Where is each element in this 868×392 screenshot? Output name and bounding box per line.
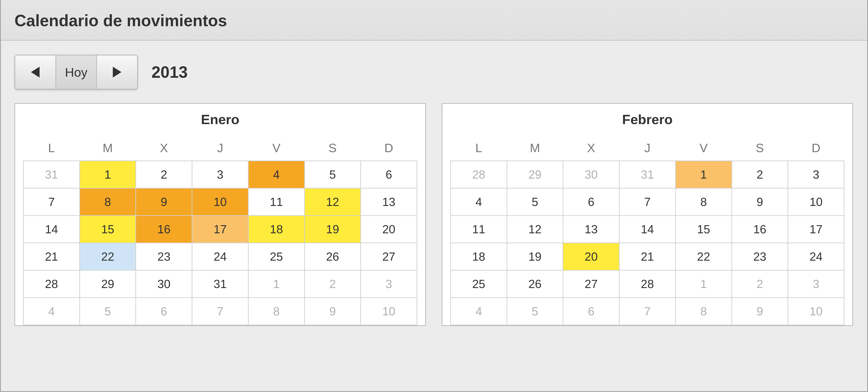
day-cell[interactable]: 31 <box>619 161 676 188</box>
day-cell[interactable]: 3 <box>788 161 844 188</box>
month-enero: Enero L M X J V S D 311234567891011 <box>14 103 426 326</box>
day-cell[interactable]: 3 <box>361 270 417 298</box>
day-cell[interactable]: 6 <box>361 161 417 188</box>
year-label: 2013 <box>151 63 188 81</box>
month-title: Febrero <box>450 112 844 127</box>
today-button[interactable]: Hoy <box>56 55 96 89</box>
day-cell[interactable]: 5 <box>305 161 361 188</box>
day-cell[interactable]: 7 <box>192 298 248 325</box>
day-cell[interactable]: 6 <box>136 298 192 325</box>
day-cell[interactable]: 7 <box>619 188 676 216</box>
day-cell[interactable]: 9 <box>732 188 788 216</box>
day-cell[interactable]: 10 <box>361 298 417 325</box>
calendars: Enero L M X J V S D 311234567891011 <box>14 103 854 326</box>
day-cell[interactable]: 19 <box>305 216 361 243</box>
day-cell[interactable]: 17 <box>192 216 248 243</box>
day-cell[interactable]: 2 <box>732 161 788 188</box>
day-cell[interactable]: 27 <box>563 270 619 298</box>
day-cell[interactable]: 7 <box>619 298 676 325</box>
day-cell[interactable]: 13 <box>563 216 619 243</box>
day-cell[interactable]: 12 <box>305 188 361 216</box>
day-cell[interactable]: 2 <box>136 161 192 188</box>
day-cell[interactable]: 4 <box>451 188 507 216</box>
day-cell[interactable]: 29 <box>507 161 563 188</box>
day-cell[interactable]: 1 <box>248 270 305 298</box>
day-cell[interactable]: 8 <box>675 188 732 216</box>
day-header: D <box>788 135 844 161</box>
day-cell[interactable]: 17 <box>788 216 844 243</box>
day-cell[interactable]: 25 <box>451 270 507 298</box>
day-cell[interactable]: 28 <box>24 270 80 298</box>
day-cell[interactable]: 6 <box>563 298 619 325</box>
day-cell[interactable]: 24 <box>192 243 248 270</box>
month-grid: L M X J V S D 31123456789101112131415161… <box>23 135 417 325</box>
day-cell[interactable]: 4 <box>24 298 80 325</box>
day-cell[interactable]: 18 <box>451 243 507 270</box>
day-cell[interactable]: 22 <box>675 243 732 270</box>
day-cell[interactable]: 26 <box>305 243 361 270</box>
day-cell[interactable]: 3 <box>788 270 844 298</box>
day-cell[interactable]: 4 <box>451 298 507 325</box>
day-cell[interactable]: 6 <box>563 188 619 216</box>
prev-button[interactable] <box>15 55 56 89</box>
day-cell[interactable]: 1 <box>675 270 732 298</box>
day-cell[interactable]: 9 <box>732 298 788 325</box>
nav-button-group: Hoy <box>14 55 138 90</box>
day-cell[interactable]: 7 <box>24 188 80 216</box>
day-cell[interactable]: 22 <box>80 243 136 270</box>
day-cell[interactable]: 21 <box>619 243 676 270</box>
day-cell[interactable]: 16 <box>732 216 788 243</box>
day-header: X <box>136 135 192 161</box>
day-cell[interactable]: 11 <box>248 188 305 216</box>
day-cell[interactable]: 18 <box>248 216 305 243</box>
day-cell[interactable]: 23 <box>136 243 192 270</box>
day-cell[interactable]: 24 <box>788 243 844 270</box>
day-header: D <box>361 135 417 161</box>
day-cell[interactable]: 16 <box>136 216 192 243</box>
day-header: L <box>24 135 80 161</box>
day-cell[interactable]: 8 <box>248 298 305 325</box>
day-cell[interactable]: 27 <box>361 243 417 270</box>
day-cell[interactable]: 3 <box>192 161 248 188</box>
day-cell[interactable]: 15 <box>80 216 136 243</box>
day-cell[interactable]: 10 <box>788 188 844 216</box>
day-cell[interactable]: 19 <box>507 243 563 270</box>
day-cell[interactable]: 4 <box>248 161 305 188</box>
day-cell[interactable]: 30 <box>563 161 619 188</box>
day-cell[interactable]: 26 <box>507 270 563 298</box>
day-cell[interactable]: 5 <box>80 298 136 325</box>
month-grid: L M X J V S D 28293031123456789101112131… <box>450 135 844 325</box>
day-cell[interactable]: 15 <box>675 216 732 243</box>
day-cell[interactable]: 10 <box>192 188 248 216</box>
day-header: M <box>507 135 563 161</box>
day-cell[interactable]: 1 <box>675 161 732 188</box>
day-cell[interactable]: 11 <box>451 216 507 243</box>
day-cell[interactable]: 28 <box>619 270 676 298</box>
day-cell[interactable]: 20 <box>361 216 417 243</box>
day-cell[interactable]: 12 <box>507 216 563 243</box>
day-cell[interactable]: 14 <box>619 216 676 243</box>
day-cell[interactable]: 25 <box>248 243 305 270</box>
day-cell[interactable]: 28 <box>451 161 507 188</box>
next-button[interactable] <box>96 55 137 89</box>
day-cell[interactable]: 10 <box>788 298 844 325</box>
day-cell[interactable]: 8 <box>675 298 732 325</box>
day-header: X <box>563 135 619 161</box>
day-cell[interactable]: 14 <box>24 216 80 243</box>
day-cell[interactable]: 1 <box>80 161 136 188</box>
day-cell[interactable]: 9 <box>305 298 361 325</box>
day-cell[interactable]: 30 <box>136 270 192 298</box>
day-cell[interactable]: 23 <box>732 243 788 270</box>
day-cell[interactable]: 29 <box>80 270 136 298</box>
day-cell[interactable]: 5 <box>507 188 563 216</box>
day-cell[interactable]: 8 <box>80 188 136 216</box>
day-cell[interactable]: 20 <box>563 243 619 270</box>
day-cell[interactable]: 21 <box>24 243 80 270</box>
day-cell[interactable]: 5 <box>507 298 563 325</box>
day-cell[interactable]: 9 <box>136 188 192 216</box>
day-cell[interactable]: 13 <box>361 188 417 216</box>
day-cell[interactable]: 2 <box>305 270 361 298</box>
day-cell[interactable]: 31 <box>24 161 80 188</box>
day-cell[interactable]: 31 <box>192 270 248 298</box>
day-cell[interactable]: 2 <box>732 270 788 298</box>
